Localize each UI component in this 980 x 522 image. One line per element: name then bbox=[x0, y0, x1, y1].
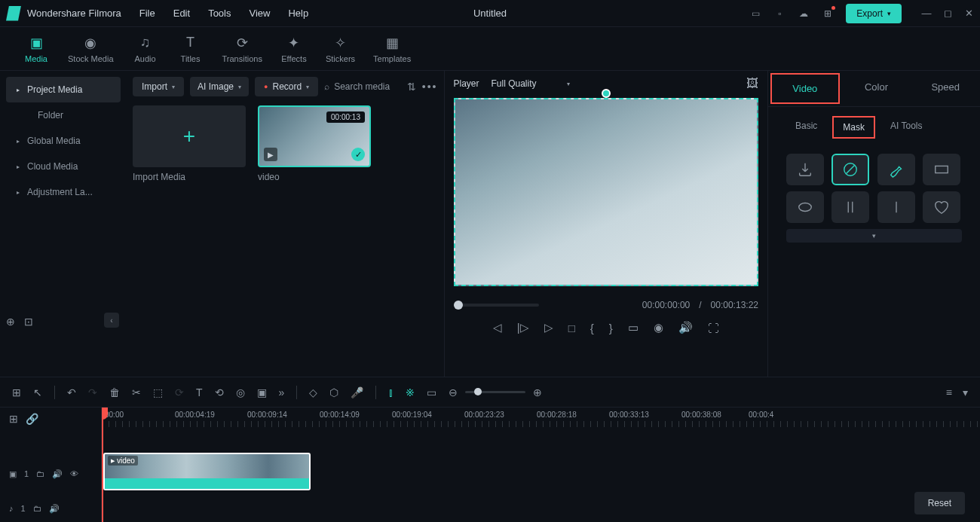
track-folder-icon[interactable]: 🗀 bbox=[36, 469, 44, 478]
tab-audio[interactable]: ♫Audio bbox=[123, 32, 168, 66]
mark-in-icon[interactable]: { bbox=[590, 322, 594, 334]
tl-color-icon[interactable]: ◎ bbox=[236, 386, 245, 398]
record-dropdown[interactable]: Record bbox=[255, 77, 318, 96]
import-dropdown[interactable]: Import bbox=[133, 77, 184, 96]
mask-import[interactable] bbox=[786, 154, 824, 185]
sidebar-cloud-media[interactable]: Cloud Media bbox=[6, 154, 121, 179]
menu-view[interactable]: View bbox=[249, 8, 270, 19]
video-preview[interactable] bbox=[454, 98, 759, 286]
quality-dropdown[interactable]: Full Quality bbox=[492, 78, 570, 89]
mask-expand-button[interactable]: ▾ bbox=[786, 229, 962, 243]
tl-more-icon[interactable]: » bbox=[279, 386, 285, 398]
step-back-icon[interactable]: |▷ bbox=[517, 321, 529, 334]
tl-crop-icon[interactable]: ⬚ bbox=[153, 386, 163, 398]
tl-track-add-icon[interactable]: ⊞ bbox=[9, 413, 18, 425]
tl-apps-icon[interactable]: ⊞ bbox=[12, 386, 21, 398]
tl-delete-icon[interactable]: 🗑 bbox=[109, 386, 120, 398]
export-button[interactable]: Export bbox=[846, 4, 902, 23]
tab-media[interactable]: ▣Media bbox=[14, 32, 59, 66]
audio-track-header[interactable]: ♪1 🗀 🔊 bbox=[0, 495, 101, 522]
mask-heart[interactable] bbox=[923, 191, 960, 223]
camera-icon[interactable]: ◉ bbox=[654, 321, 663, 334]
tl-marker-icon[interactable]: ⬡ bbox=[329, 386, 338, 398]
track-mute-icon[interactable]: 🔊 bbox=[52, 469, 63, 479]
tab-video[interactable]: Video bbox=[770, 73, 840, 104]
subtab-basic[interactable]: Basic bbox=[786, 116, 826, 139]
new-folder-icon[interactable]: ⊕ bbox=[6, 316, 15, 328]
sidebar-adjustment-layer[interactable]: Adjustment La... bbox=[6, 179, 121, 205]
tl-magnet-icon[interactable]: ※ bbox=[406, 386, 415, 398]
playhead-marker[interactable] bbox=[602, 89, 611, 98]
sidebar-global-media[interactable]: Global Media bbox=[6, 128, 121, 154]
track-visible-icon[interactable]: 👁 bbox=[70, 469, 78, 478]
tl-cut-icon[interactable]: ✂ bbox=[132, 386, 141, 398]
layout-icon[interactable]: ▭ bbox=[749, 8, 761, 20]
subtab-ai-tools[interactable]: AI Tools bbox=[881, 116, 931, 139]
apps-icon[interactable]: ⊞ bbox=[822, 8, 834, 20]
tl-zoom-in-icon[interactable]: ⊕ bbox=[533, 386, 542, 398]
subtab-mask[interactable]: Mask bbox=[832, 116, 875, 139]
tl-view-icon[interactable]: ≡ bbox=[946, 386, 952, 398]
tl-rotate-icon[interactable]: ⟲ bbox=[215, 386, 224, 398]
audio-folder-icon[interactable]: 🗀 bbox=[33, 504, 41, 513]
scrub-bar[interactable] bbox=[454, 304, 539, 307]
menu-edit[interactable]: Edit bbox=[173, 8, 190, 19]
tl-undo-icon[interactable]: ↶ bbox=[67, 386, 76, 398]
menu-file[interactable]: File bbox=[139, 8, 155, 19]
maximize-icon[interactable]: ◻ bbox=[942, 8, 953, 19]
minimize-icon[interactable]: — bbox=[921, 8, 932, 19]
close-icon[interactable]: ✕ bbox=[963, 8, 974, 19]
fullscreen-icon[interactable]: ⛶ bbox=[708, 322, 719, 334]
tl-view-dd-icon[interactable]: ▾ bbox=[963, 386, 968, 398]
sidebar-folder[interactable]: Folder bbox=[6, 102, 121, 128]
tl-effects-icon[interactable]: ▣ bbox=[257, 386, 267, 398]
video-track-header[interactable]: ▣1 🗀 🔊 👁 bbox=[0, 453, 101, 495]
save-icon[interactable]: ▫ bbox=[773, 8, 786, 20]
timeline-playhead[interactable] bbox=[102, 408, 103, 522]
tl-zoom-out-icon[interactable]: ⊖ bbox=[449, 386, 458, 398]
sidebar-project-media[interactable]: Project Media bbox=[6, 77, 121, 102]
more-icon[interactable]: ••• bbox=[422, 81, 438, 93]
tl-redo-icon[interactable]: ↷ bbox=[88, 386, 97, 398]
mask-rectangle[interactable] bbox=[923, 154, 960, 185]
search-input[interactable]: ⌕ Search media bbox=[324, 81, 401, 92]
display-icon[interactable]: ▭ bbox=[628, 321, 639, 334]
tl-mixer-icon[interactable]: ⫿ bbox=[388, 386, 394, 398]
tab-stickers[interactable]: ✧Stickers bbox=[317, 32, 364, 66]
mask-single-line[interactable] bbox=[877, 191, 915, 223]
stop-icon[interactable]: □ bbox=[568, 322, 575, 334]
tab-speed[interactable]: Speed bbox=[911, 71, 980, 106]
timeline-ruler[interactable]: 00:00 00:00:04:19 00:00:09:14 00:00:14:0… bbox=[102, 408, 980, 430]
prev-frame-icon[interactable]: ◁ bbox=[493, 321, 502, 334]
tl-zoom-slider[interactable] bbox=[465, 391, 525, 393]
tab-color[interactable]: Color bbox=[842, 71, 911, 106]
menu-help[interactable]: Help bbox=[288, 8, 308, 19]
new-bin-icon[interactable]: ⊡ bbox=[24, 316, 33, 328]
cloud-icon[interactable]: ☁ bbox=[798, 8, 810, 20]
tl-mic-icon[interactable]: 🎤 bbox=[351, 386, 363, 398]
tab-templates[interactable]: ▦Templates bbox=[364, 32, 420, 66]
snapshot-icon[interactable]: 🖼 bbox=[746, 77, 758, 90]
tl-text-icon[interactable]: T bbox=[196, 386, 203, 398]
mask-ellipse[interactable] bbox=[786, 191, 824, 223]
volume-icon[interactable]: 🔊 bbox=[678, 321, 693, 334]
tab-transitions[interactable]: ⟳Transitions bbox=[213, 32, 271, 66]
tab-effects[interactable]: ✦Effects bbox=[271, 32, 317, 66]
tl-link-icon[interactable]: 🔗 bbox=[26, 413, 38, 425]
menu-tools[interactable]: Tools bbox=[208, 8, 231, 19]
ai-image-button[interactable]: AI Image bbox=[190, 77, 249, 96]
filter-icon[interactable]: ⇅ bbox=[407, 81, 416, 93]
import-media-tile[interactable]: + Import Media bbox=[133, 105, 246, 182]
mask-draw[interactable] bbox=[877, 154, 915, 185]
tl-keyframe-icon[interactable]: ◇ bbox=[309, 386, 317, 398]
audio-mute-icon[interactable]: 🔊 bbox=[49, 504, 60, 514]
mask-none[interactable] bbox=[831, 154, 869, 185]
collapse-sidebar-button[interactable]: ‹ bbox=[104, 313, 119, 328]
timeline-clip-video[interactable]: video bbox=[103, 453, 311, 490]
mark-out-icon[interactable]: } bbox=[609, 322, 613, 334]
media-clip-video[interactable]: 00:00:13 ▶ ✓ video bbox=[258, 105, 371, 182]
tab-stock-media[interactable]: ◉Stock Media bbox=[59, 32, 123, 66]
tl-pointer-icon[interactable]: ↖ bbox=[33, 386, 42, 398]
tl-render-icon[interactable]: ▭ bbox=[427, 386, 436, 398]
tl-speed-icon[interactable]: ⟳ bbox=[175, 386, 184, 398]
